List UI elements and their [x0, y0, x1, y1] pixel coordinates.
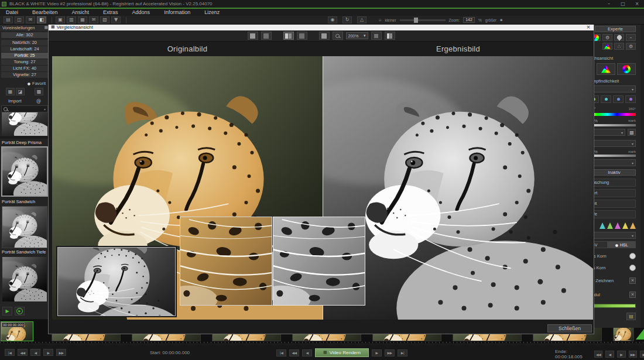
category-licht-fx[interactable]: Licht FX: 40 — [1, 66, 48, 71]
step-back-button[interactable]: ◀ — [30, 349, 40, 356]
yellow-cone-icon[interactable] — [622, 222, 628, 229]
menu-information[interactable]: Information — [164, 9, 190, 15]
send-icon[interactable]: ✉ — [89, 16, 98, 23]
hard-grain-toggle[interactable] — [629, 265, 636, 271]
preset-item-sandwich-tiefe[interactable] — [2, 256, 47, 302]
step-back-button[interactable]: ◀ — [605, 351, 614, 358]
original-zoom-crop[interactable] — [180, 217, 272, 306]
mail-icon[interactable]: ✉ — [26, 16, 35, 23]
rewind-button[interactable]: ◀◀ — [18, 349, 28, 356]
panel-icon[interactable]: ▦ — [44, 25, 48, 30]
print-icon[interactable]: ▥ — [67, 16, 76, 23]
menu-lizenz[interactable]: Lizenz — [204, 9, 220, 15]
green-cone-icon[interactable] — [607, 222, 613, 229]
fullscreen-view-button[interactable] — [319, 32, 330, 40]
search-options-icon[interactable]: ▾ — [44, 107, 46, 111]
small-grid-icon[interactable]: ▩ — [35, 88, 43, 95]
zoom-bigger-icon[interactable]: ▪ — [500, 18, 502, 22]
step-forward-button[interactable]: ▶ — [43, 349, 53, 356]
purple-dot-button[interactable] — [625, 95, 636, 103]
fast-forward-button[interactable]: ▶▶ — [629, 351, 638, 358]
result-preview-inset[interactable] — [57, 247, 176, 316]
step-back-button[interactable]: ◀ — [302, 349, 312, 356]
go-end-button[interactable]: ▶| — [640, 351, 644, 358]
compare-view-icon[interactable]: ◧ — [37, 16, 46, 23]
project-icon[interactable]: ▤ — [4, 16, 13, 23]
preset-search-input[interactable]: ▾ — [1, 105, 48, 112]
go-end-button[interactable]: ▶| — [398, 349, 407, 356]
panel-scrollbar[interactable] — [640, 25, 644, 328]
category-vignette[interactable]: Vignette: 27 — [1, 72, 48, 78]
prism-mode-button[interactable] — [597, 63, 615, 75]
hsl-option[interactable]: ● HSL — [608, 241, 636, 248]
preset-item-deep-prisma[interactable] — [1, 146, 48, 197]
save-icon[interactable]: ▣ — [56, 16, 65, 23]
rotate-icon[interactable]: ↻ — [342, 16, 352, 23]
warning-icon[interactable]: △ — [357, 16, 366, 23]
zoom-slider[interactable] — [400, 19, 446, 21]
menu-bearbeiten[interactable]: Bearbeiten — [32, 9, 58, 15]
fast-forward-button[interactable]: ▶▶ — [385, 349, 395, 356]
zoom-value-field[interactable]: 142 — [463, 17, 475, 23]
magenta-cone-icon[interactable] — [615, 222, 621, 229]
gear-icon[interactable]: ⚙ — [602, 34, 612, 41]
snapshot-button[interactable] — [385, 32, 395, 40]
pan-button[interactable] — [371, 32, 382, 40]
category-natuerlich[interactable]: Natürlich: 20 — [1, 40, 48, 46]
rewind-button[interactable]: ◀◀ — [594, 351, 603, 358]
list-view-icon[interactable]: ◪ — [16, 88, 25, 95]
rewind-button[interactable]: ◀◀ — [289, 349, 299, 356]
grid-view-icon[interactable]: ▦ — [6, 88, 15, 95]
single-view-alt-button[interactable] — [261, 32, 272, 40]
single-view-button[interactable] — [248, 32, 258, 40]
minus-icon[interactable]: – — [626, 34, 636, 41]
ring-mode-button[interactable] — [617, 63, 636, 75]
selective-draw-close-icon[interactable]: × — [629, 277, 636, 284]
preset-thumbnail-partial[interactable] — [2, 112, 47, 136]
timeline-end-marker[interactable] — [636, 329, 644, 340]
step-forward-button[interactable]: ▶ — [617, 351, 626, 358]
play-loop-button[interactable]: ▶ — [15, 307, 25, 316]
orange-cone-icon[interactable] — [630, 222, 636, 229]
import-button[interactable]: Import — [8, 98, 22, 104]
category-alle[interactable]: Alle: 302 — [1, 32, 48, 38]
fast-forward-button[interactable]: ▶▶ — [56, 349, 66, 356]
split-view-alt-button[interactable] — [297, 32, 307, 40]
go-start-button[interactable]: |◀ — [276, 349, 286, 356]
color-module-close-icon[interactable]: × — [629, 292, 636, 298]
menu-datei[interactable]: Datei — [6, 9, 18, 15]
at-icon[interactable]: @ — [36, 98, 41, 104]
inactive-button[interactable]: Inaktiv — [592, 169, 636, 176]
magnifier-button[interactable] — [333, 32, 343, 40]
go-start-button[interactable]: |◀ — [5, 349, 15, 356]
expert-button[interactable]: Experte — [595, 26, 636, 32]
cyan-cone-icon[interactable] — [600, 222, 605, 229]
menu-addons[interactable]: Addons — [132, 9, 150, 15]
menu-ansicht[interactable]: Ansicht — [72, 9, 90, 15]
preset-item-sandwich[interactable] — [2, 206, 47, 248]
droplet-icon[interactable] — [614, 34, 624, 41]
dialog-zoom-select[interactable]: 200%▾ — [346, 32, 368, 39]
color-triangle-icon[interactable] — [602, 43, 612, 50]
play-button[interactable]: ▶ — [2, 307, 12, 316]
blue-dot-button[interactable] — [613, 95, 624, 103]
step-forward-button[interactable]: ▶ — [372, 349, 382, 356]
dialog-close-button[interactable]: Schließen — [547, 324, 592, 332]
dropdown-side-button[interactable]: ▩ — [628, 129, 636, 136]
maximize-button[interactable]: □ — [616, 0, 630, 8]
category-tonung[interactable]: Tonung: 27 — [1, 59, 48, 65]
zoom-smaller-icon[interactable]: ▫ — [379, 18, 381, 22]
render-video-button[interactable]: ▦ Video Rendern — [315, 348, 369, 357]
film-icon[interactable]: ▦ — [78, 16, 87, 23]
menu-extras[interactable]: Extras — [103, 9, 118, 15]
soft-grain-toggle[interactable] — [629, 253, 636, 259]
timeline-clip-first[interactable]: 00:00:00.000 — [1, 321, 33, 341]
category-landschaft[interactable]: Landschaft: 24 — [1, 46, 48, 52]
node-graph-icon[interactable]: ∴ — [614, 43, 624, 50]
close-button[interactable]: × — [630, 0, 644, 8]
category-portraet[interactable]: Porträt: 25 — [1, 53, 48, 59]
cyan-dot-button[interactable] — [601, 95, 611, 103]
settings-gear-icon[interactable]: ⚙ — [626, 43, 636, 50]
zoom-slider-handle[interactable] — [414, 18, 418, 23]
export-icon[interactable]: ▧ — [100, 16, 109, 23]
